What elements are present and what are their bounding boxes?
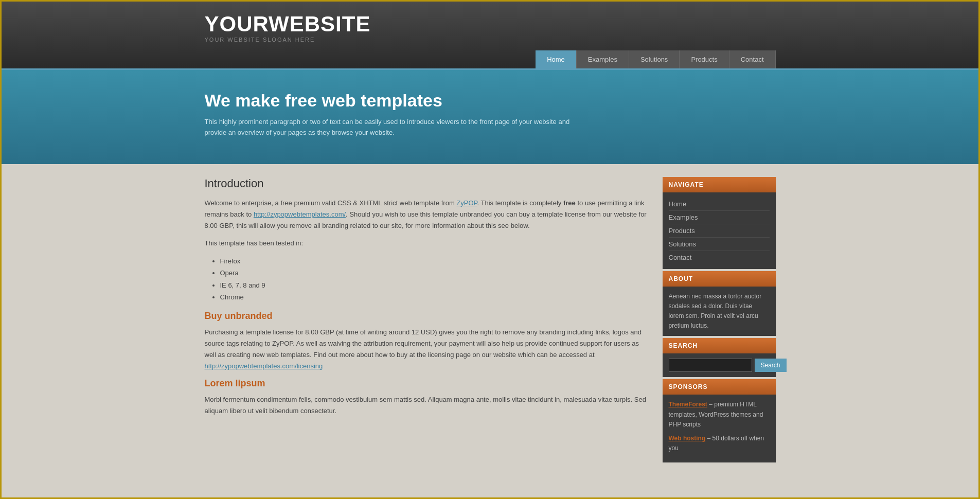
main-nav: HomeExamplesSolutionsProductsContact [205,50,776,68]
sponsor-2: Web hosting – 50 dollars off when you [669,434,770,453]
sidebar: NAVIGATE Home Examples Products Solution… [663,177,776,465]
sidebar-link-home[interactable]: Home [669,198,770,211]
list-item: Firefox [220,255,650,267]
webhosting-link[interactable]: Web hosting [669,435,706,442]
nav-item-contact[interactable]: Contact [729,50,776,68]
about-body: Aenean nec massa a tortor auctor sodales… [663,287,776,336]
intro-paragraph: Welcome to enterprise, a free premium va… [205,198,650,231]
themeforest-link[interactable]: ThemeForest [669,401,707,408]
list-item: IE 6, 7, 8 and 9 [220,279,650,291]
site-title: YOURWEBSITE [205,12,776,37]
about-text: Aenean nec massa a tortor auctor sodales… [669,292,770,331]
site-slogan: YOUR WEBSITE SLOGAN HERE [205,37,776,43]
sponsors-heading: SPONSORS [663,379,776,395]
lorem-heading: Lorem lipsum [205,378,650,389]
sponsors-block: SPONSORS ThemeForest – premium HTML temp… [663,379,776,462]
buy-paragraph: Purchasing a template license for 8.00 G… [205,327,650,372]
list-item: Chrome [220,291,650,303]
list-item: Opera [220,267,650,279]
sidebar-link-products[interactable]: Products [669,224,770,238]
hero-title: We make free web templates [205,91,776,111]
sidebar-link-contact[interactable]: Contact [669,251,770,264]
intro-heading: Introduction [205,177,650,190]
nav-item-home[interactable]: Home [536,50,577,68]
search-block: SEARCH Search [663,338,776,377]
nav-item-solutions[interactable]: Solutions [629,50,680,68]
nav-item-examples[interactable]: Examples [577,50,629,68]
nav-item-products[interactable]: Products [680,50,729,68]
navigate-block: NAVIGATE Home Examples Products Solution… [663,177,776,269]
search-row: Search [663,353,776,377]
about-heading: ABOUT [663,271,776,287]
tested-label: This template has been tested in: [205,238,650,249]
sidebar-link-solutions[interactable]: Solutions [669,238,770,251]
sponsors-body: ThemeForest – premium HTML templates, Wo… [663,395,776,462]
lorem-paragraph: Morbi fermentum condimentum felis, commo… [205,394,650,417]
about-block: ABOUT Aenean nec massa a tortor auctor s… [663,271,776,336]
content-area: Introduction Welcome to enterprise, a fr… [194,164,786,478]
main-content: Introduction Welcome to enterprise, a fr… [205,177,650,465]
zypop-link[interactable]: ZyPOP [456,199,477,207]
buy-heading: Buy unbranded [205,311,650,322]
licensing-link[interactable]: http://zypopwebtemplates.com/licensing [205,362,323,370]
sidebar-link-examples[interactable]: Examples [669,211,770,224]
sponsor-1: ThemeForest – premium HTML templates, Wo… [669,400,770,430]
search-heading: SEARCH [663,338,776,353]
header: YOURWEBSITE YOUR WEBSITE SLOGAN HERE Hom… [2,2,978,70]
navigate-heading: NAVIGATE [663,177,776,192]
zypop-templates-link[interactable]: http://zypopwebtemplates.com/ [254,210,346,218]
hero-section: We make free web templates This highly p… [2,70,978,164]
hero-text: This highly prominent paragraph or two o… [205,117,591,138]
search-input[interactable] [669,359,752,372]
navigate-links: Home Examples Products Solutions Contact [663,192,776,269]
tested-list: Firefox Opera IE 6, 7, 8 and 9 Chrome [220,255,650,304]
search-button[interactable]: Search [755,359,787,372]
